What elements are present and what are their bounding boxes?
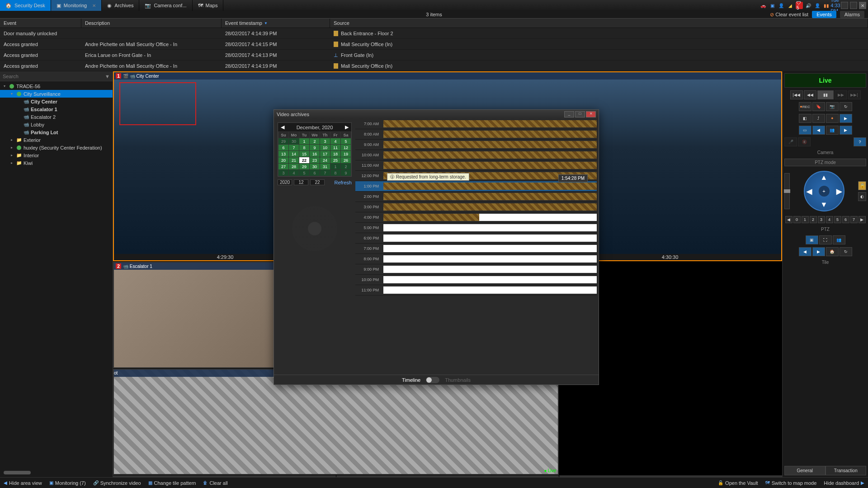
timeline-row[interactable]: 9:00 PM [355,264,597,275]
cal-day[interactable]: 8 [299,145,310,151]
prev-nav-button[interactable]: ◀ [812,126,825,135]
timeline-row[interactable]: 11:00 AM [355,160,597,171]
tab-maps[interactable]: 🗺 Maps [193,0,224,11]
ptz-btn-1[interactable]: ▣ [806,235,818,244]
preset-7[interactable]: 7 [850,216,858,223]
tab-monitoring[interactable]: ▣ Monitoring ✕ [51,0,102,11]
cal-day[interactable]: 29 [278,138,289,145]
cal-day[interactable]: 26 [341,157,351,164]
preset-1[interactable]: 1 [802,216,809,223]
cal-day[interactable]: 8 [330,170,341,176]
scrollbar[interactable] [0,472,113,477]
column-timestamp[interactable]: Event timestamp▼ [222,19,330,28]
people-button[interactable]: 👥 [826,126,839,135]
hide-area-view[interactable]: ◀ Hide area view [4,480,42,486]
cal-day[interactable]: 22 [299,157,310,164]
change-tile-pattern[interactable]: ▦ Change tile pattern [148,480,196,486]
tree-item[interactable]: ▸huxley (Security Center Federation) [0,144,113,151]
timeline-row[interactable]: 9:00 AM [355,140,597,150]
search-input[interactable] [3,74,105,79]
cal-day[interactable]: 7 [320,170,330,176]
nav-right-button[interactable]: ▶ [812,247,825,256]
tree-item[interactable]: ▾TRADE-56 [0,82,113,90]
event-row[interactable]: Access granted Andre Pichette on Mall Se… [0,61,868,71]
dialog-close[interactable]: ✕ [586,111,596,117]
tree-item[interactable]: 📹City Center [0,98,113,105]
lock-button[interactable]: 🔒 [858,181,866,190]
event-row[interactable]: Access granted Erica Larue on Front Gate… [0,50,868,61]
cal-day[interactable]: 5 [341,138,351,145]
cal-day[interactable]: 20 [278,157,289,164]
cal-day[interactable]: 18 [330,151,341,157]
tree-item[interactable]: 📹Escalator 1 [0,105,113,113]
cal-day[interactable]: 15 [299,151,310,157]
timeline-row[interactable]: 8:00 AM [355,129,597,140]
cal-day[interactable]: 17 [320,151,330,157]
cal-day[interactable]: 30 [310,164,320,170]
cal-day[interactable]: 19 [341,151,351,157]
cal-day[interactable]: 10 [320,145,330,151]
next-button[interactable]: ▶ [840,114,852,123]
export-button[interactable]: ⤴ [812,114,825,123]
bookmark-button[interactable]: 🔖 [812,102,825,111]
month-input[interactable] [294,179,308,185]
loop-button[interactable]: ↻ [840,102,852,111]
ptz-btn-2[interactable]: ⛶ [819,235,832,244]
dialog-minimize[interactable]: _ [564,111,574,117]
timeline-row[interactable]: 2:00 PM [355,192,597,202]
tab-archives[interactable]: ◉ Archives [102,0,139,11]
cal-day[interactable]: 24 [320,157,330,164]
open-vault[interactable]: 🔓 Open the Vault [718,480,758,486]
tree-item[interactable]: 📹Parking Lot [0,128,113,136]
sync-video[interactable]: 🔗 Synchronize video [93,480,141,486]
cal-day[interactable]: 13 [278,151,289,157]
event-row[interactable]: Door manually unlocked 28/02/2017 4:14:3… [0,28,868,39]
preset-6[interactable]: 6 [842,216,849,223]
cal-day[interactable]: 9 [341,170,351,176]
tray-icon[interactable]: 🔊 [805,2,812,9]
mic-button[interactable]: 🎤 [784,137,797,146]
tab-transaction[interactable]: Transaction [826,466,867,475]
tray-icon[interactable]: ◢ [787,2,794,9]
column-description[interactable]: Description [81,19,222,28]
refresh-link[interactable]: Refresh [334,180,352,185]
ptz-icon-button[interactable]: ✦ [826,114,839,123]
column-event[interactable]: Event [0,19,81,28]
tree-item[interactable]: 📹Lobby [0,121,113,128]
timeline-row[interactable]: 5:00 PM [355,223,597,233]
tray-icon[interactable]: 👤 [778,2,785,9]
display-button[interactable]: ▭ [799,126,811,135]
speaker-button[interactable]: 🔇 [798,137,811,146]
cal-day[interactable]: 29 [299,164,310,170]
cal-day[interactable]: 14 [289,151,299,157]
cal-day[interactable]: 5 [299,170,310,176]
snapshot-button[interactable]: 📷 [826,102,839,111]
cal-day[interactable]: 25 [330,157,341,164]
preset-2[interactable]: 2 [810,216,817,223]
switch-map-mode[interactable]: 🗺 Switch to map mode [765,480,817,486]
alarms-button[interactable]: Alarms [840,11,864,18]
record-button[interactable]: ● REC [799,102,811,111]
event-row[interactable]: Access granted Andre Pichette on Mall Se… [0,39,868,50]
cal-prev[interactable]: ◀ [281,124,284,130]
timeline-row[interactable]: 10:00 PM [355,275,597,285]
day-input[interactable] [310,179,325,185]
tree-item[interactable]: 📹Escalator 2 [0,113,113,121]
zoom-slider[interactable] [784,173,790,209]
cal-day[interactable]: 2 [341,164,351,170]
tab-camera-conf[interactable]: 📷 Camera conf... [139,0,192,11]
tray-icon[interactable]: ▮▮ [823,2,830,9]
cal-day[interactable]: 12 [341,145,351,151]
timeline-row[interactable]: 1:00 PM1:54:28 PM [355,181,597,192]
view-toggle[interactable] [426,377,439,383]
tree-item[interactable]: ▾City Surveillance [0,90,113,98]
stream-button[interactable]: ◧ [799,114,811,123]
cal-day[interactable]: 4 [289,170,299,176]
cal-day[interactable]: 23 [310,157,320,164]
cal-day[interactable]: 2 [310,138,320,145]
preset-prev[interactable]: ◀ [785,216,793,223]
nav-left-button[interactable]: ◀ [799,247,811,256]
cal-day[interactable]: 30 [289,138,299,145]
tray-icon[interactable]: ▣ [769,2,776,9]
tab-general[interactable]: General [784,466,826,475]
